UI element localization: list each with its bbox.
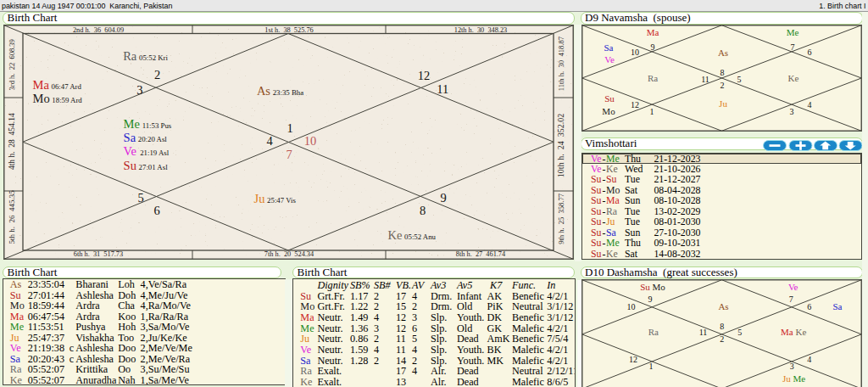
svg-text:8: 8 [720, 322, 724, 331]
svg-text:Ve: Ve [604, 54, 615, 64]
svg-text:5: 5 [737, 328, 742, 337]
svg-text:As: As [718, 301, 728, 311]
svg-text:3: 3 [790, 107, 794, 116]
svg-text:4: 4 [266, 134, 273, 148]
svg-text:11: 11 [437, 82, 448, 96]
svg-text:7: 7 [789, 294, 793, 304]
svg-text:6: 6 [808, 48, 812, 57]
svg-text:10: 10 [631, 48, 639, 57]
svg-text:11:53 Pus: 11:53 Pus [142, 121, 172, 130]
svg-text:18:59 Ard: 18:59 Ard [52, 96, 82, 104]
svg-text:11: 11 [701, 75, 709, 84]
svg-text:10: 10 [304, 134, 317, 148]
svg-text:7: 7 [286, 148, 292, 161]
svg-text:1: 1 [287, 121, 292, 135]
svg-text:Ma: Ma [33, 78, 50, 92]
svg-text:6: 6 [153, 204, 159, 217]
svg-text:Ke: Ke [388, 228, 403, 242]
svg-text:Su: Su [604, 93, 615, 104]
svg-text:Su: Su [124, 159, 136, 172]
svg-text:20:20 Asl: 20:20 Asl [138, 135, 168, 143]
svg-text:9: 9 [648, 294, 653, 304]
svg-text:2: 2 [154, 68, 160, 81]
svg-text:Ra: Ra [123, 49, 137, 63]
svg-text:9: 9 [651, 42, 655, 52]
svg-text:8th h. 27 461.74: 8th h. 27 461.74 [456, 250, 506, 258]
svg-text:9: 9 [440, 191, 446, 205]
svg-text:05:52 Kri: 05:52 Kri [139, 53, 169, 62]
svg-text:2nd h. 36 604.09: 2nd h. 36 604.09 [73, 26, 124, 34]
svg-text:10th h. 24 352.02: 10th h. 24 352.02 [556, 114, 565, 177]
svg-text:Mo: Mo [33, 92, 50, 105]
svg-text:3rd h. 22 608.39: 3rd h. 22 608.39 [8, 39, 16, 90]
svg-text:Ma: Ma [647, 27, 659, 37]
svg-text:3: 3 [790, 362, 794, 371]
svg-text:Ve: Ve [124, 144, 136, 158]
svg-text:8: 8 [721, 68, 725, 77]
svg-text:4: 4 [808, 100, 812, 109]
svg-text:11th h. 30 418.87: 11th h. 30 418.87 [557, 36, 565, 91]
svg-text:Ve: Ve [788, 282, 798, 292]
svg-text:12th h. 30 348.23: 12th h. 30 348.23 [454, 26, 507, 34]
svg-text:4: 4 [807, 355, 811, 364]
svg-text:Sa: Sa [124, 131, 136, 144]
svg-text:1: 1 [650, 107, 654, 116]
svg-text:Ke: Ke [788, 73, 799, 83]
svg-text:1st h. 38 525.76: 1st h. 38 525.76 [264, 26, 313, 34]
svg-text:7th h. 20 524.34: 7th h. 20 524.34 [264, 250, 314, 258]
svg-text:06:47 Ard: 06:47 Ard [52, 82, 82, 91]
svg-text:3: 3 [136, 83, 142, 97]
svg-text:As: As [257, 84, 270, 98]
svg-text:As: As [718, 48, 728, 58]
svg-text:21:19 Asl: 21:19 Asl [140, 149, 170, 157]
svg-text:Me: Me [124, 117, 140, 131]
svg-text:8: 8 [420, 204, 426, 217]
svg-text:Me: Me [787, 27, 799, 37]
svg-text:Sa: Sa [604, 42, 614, 53]
svg-text:2: 2 [720, 334, 724, 344]
svg-text:12: 12 [418, 69, 431, 82]
svg-text:6: 6 [807, 302, 811, 311]
svg-text:6th h. 31 517.73: 6th h. 31 517.73 [74, 250, 123, 258]
svg-text:Sa: Sa [833, 301, 843, 311]
svg-text:1: 1 [649, 362, 654, 371]
svg-text:12: 12 [629, 355, 637, 364]
svg-text:5th h. 26 445.35: 5th h. 26 445.35 [8, 190, 16, 244]
svg-text:11: 11 [699, 328, 708, 337]
svg-text:Ra: Ra [648, 327, 659, 337]
svg-text:5: 5 [137, 191, 143, 205]
svg-text:12: 12 [631, 100, 639, 109]
svg-text:Mo: Mo [602, 106, 615, 116]
svg-text:Ju Me: Ju Me [782, 373, 805, 384]
svg-text:Ju: Ju [254, 192, 265, 205]
svg-text:2: 2 [721, 81, 725, 90]
svg-text:9th h. 25 358.77: 9th h. 25 358.77 [557, 194, 565, 244]
svg-text:10: 10 [627, 302, 636, 311]
svg-text:Ma Ke: Ma Ke [781, 327, 806, 337]
svg-text:23:35 Bha: 23:35 Bha [273, 88, 304, 97]
svg-text:Ra: Ra [648, 73, 658, 83]
svg-text:25:47 Vis: 25:47 Vis [267, 196, 296, 205]
svg-text:4th h. 28 454.14: 4th h. 28 454.14 [8, 113, 16, 170]
svg-text:7: 7 [791, 42, 795, 52]
svg-text:Ju: Ju [719, 98, 727, 109]
svg-text:05:52 Anu: 05:52 Anu [404, 233, 437, 241]
svg-text:27:01 Asl: 27:01 Asl [139, 163, 169, 171]
svg-text:5: 5 [737, 75, 742, 84]
svg-text:Su Mo: Su Mo [640, 282, 665, 292]
